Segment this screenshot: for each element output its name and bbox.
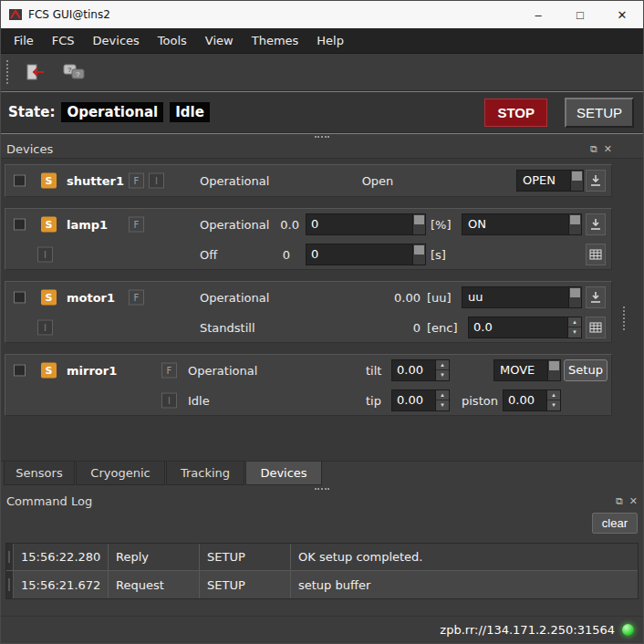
row-header <box>6 544 14 570</box>
lamp1-time-unit: [s] <box>431 247 446 261</box>
devices-dock-title: Devices ⧉ ✕ <box>1 140 643 158</box>
devices-panel: S shutter1 F I Operational Open OPEN <box>1 158 643 461</box>
tab-devices[interactable]: Devices <box>245 462 322 485</box>
mirror1-piston-label: piston <box>462 393 498 407</box>
spin-up-icon[interactable]: ▲ <box>568 317 581 328</box>
spin-down-icon[interactable]: ▼ <box>568 327 581 338</box>
substate-value: Idle <box>170 102 210 122</box>
device-group-motor1: S motor1 F Operational 0.00 [uu] uu <box>5 281 612 343</box>
stop-button[interactable]: STOP <box>484 99 547 127</box>
spin-up-icon[interactable]: ▲ <box>436 360 449 371</box>
exit-button[interactable] <box>19 58 50 86</box>
lamp1-send-button[interactable] <box>586 213 606 235</box>
mirror1-state-badge: S <box>41 362 57 378</box>
state-value: Operational <box>61 102 163 122</box>
log-type: Reply <box>109 544 200 570</box>
spin-down-icon[interactable]: ▼ <box>436 370 449 380</box>
device-group-lamp1: S lamp1 F Operational 0.0 [%] ON <box>5 208 612 270</box>
mirror1-checkbox[interactable] <box>14 364 26 376</box>
splitter-dots-icon <box>315 136 329 138</box>
shutter1-status: Operational <box>200 174 269 188</box>
mirror1-tip-input[interactable] <box>392 390 435 410</box>
lamp1-time-input[interactable] <box>306 244 412 265</box>
shutter1-send-button[interactable] <box>586 170 606 192</box>
connection-address: zpb.rr://134.171.2.250:31564 <box>440 623 615 637</box>
menu-item-file[interactable]: File <box>5 29 43 52</box>
menu-item-view[interactable]: View <box>196 29 243 52</box>
log-dock-empty-area <box>1 599 643 616</box>
menu-item-devices[interactable]: Devices <box>84 29 149 52</box>
setup-button[interactable]: SETUP <box>565 98 634 128</box>
motor1-table-button[interactable] <box>586 317 606 338</box>
motor1-i-button[interactable]: I <box>37 319 53 335</box>
motor1-position-unit: [uu] <box>427 290 452 304</box>
motor1-unit-select[interactable]: uu <box>462 286 582 308</box>
lamp1-f-button[interactable]: F <box>129 216 144 232</box>
help-button[interactable]: ? ? <box>59 58 90 86</box>
motor1-send-button[interactable] <box>586 286 606 308</box>
download-icon <box>589 291 602 304</box>
log-table: 15:56:22.280 Reply SETUP OK setup comple… <box>5 543 639 599</box>
motor1-checkbox[interactable] <box>14 291 26 303</box>
mirror1-move-value: MOVE <box>494 360 547 380</box>
menu-item-tools[interactable]: Tools <box>149 29 196 52</box>
shutter1-i-button[interactable]: I <box>149 173 164 189</box>
menu-item-help[interactable]: Help <box>307 29 353 52</box>
mirror1-f-button[interactable]: F <box>161 362 177 378</box>
tab-sensors[interactable]: Sensors <box>4 462 75 485</box>
dock-close-icon[interactable]: ✕ <box>604 143 612 155</box>
log-message: setup buffer <box>291 571 638 598</box>
menu-item-fcs[interactable]: FCS <box>43 29 84 52</box>
motor1-position-readback: 0.00 <box>352 290 421 304</box>
mirror1-piston-input[interactable] <box>504 390 546 410</box>
combo-scrollbar-icon <box>547 360 560 380</box>
spin-down-icon[interactable]: ▼ <box>547 400 560 410</box>
splitter-bottom[interactable] <box>1 485 643 492</box>
state-label: State: <box>8 104 55 120</box>
shutter1-command-value: OPEN <box>517 171 570 191</box>
log-row[interactable]: 15:56:22.280 Reply SETUP OK setup comple… <box>6 544 638 571</box>
motor1-unit-value: uu <box>462 287 568 307</box>
shutter1-checkbox[interactable] <box>14 175 26 187</box>
spin-down-icon[interactable]: ▼ <box>436 400 449 410</box>
field-scrollbar-icon <box>412 214 425 234</box>
devices-panel-title: Devices <box>6 142 53 156</box>
tab-cryogenic[interactable]: Cryogenic <box>76 462 165 485</box>
mirror1-move-select[interactable]: MOVE <box>493 359 561 381</box>
close-button[interactable]: ✕ <box>601 1 643 28</box>
dock-float-icon[interactable]: ⧉ <box>590 143 597 155</box>
mirror1-setup-button[interactable]: Setup <box>564 359 608 381</box>
lamp1-table-button[interactable] <box>586 244 606 265</box>
shutter1-f-button[interactable]: F <box>129 173 144 189</box>
shutter1-state-badge: S <box>41 173 57 189</box>
log-command: SETUP <box>200 544 291 570</box>
minimize-button[interactable]: – <box>517 1 559 28</box>
lamp1-i-button[interactable]: I <box>37 246 53 262</box>
toolbar-drag-handle[interactable] <box>6 60 10 84</box>
shutter1-command-select[interactable]: OPEN <box>516 170 584 192</box>
motor1-f-button[interactable]: F <box>129 289 144 305</box>
lamp1-intensity-input[interactable] <box>306 214 412 234</box>
motor1-target-input[interactable] <box>469 317 567 338</box>
menu-item-themes[interactable]: Themes <box>243 29 308 52</box>
spin-up-icon[interactable]: ▲ <box>547 390 560 401</box>
lamp1-time-input-group <box>306 244 426 265</box>
devices-splitter-handle[interactable] <box>623 306 627 330</box>
exit-icon <box>24 63 46 81</box>
mirror1-tilt-spinbox: ▲ ▼ <box>391 359 450 381</box>
mirror1-i-button[interactable]: I <box>161 392 177 408</box>
toolbar: ? ? <box>1 54 643 90</box>
dock-close-icon[interactable]: ✕ <box>629 495 638 507</box>
maximize-button[interactable]: □ <box>559 1 601 28</box>
app-icon <box>8 7 23 22</box>
mirror1-tilt-input[interactable] <box>392 360 435 380</box>
dock-float-icon[interactable]: ⧉ <box>616 495 623 507</box>
mirror1-tip-label: tip <box>366 393 381 407</box>
clear-button[interactable]: clear <box>592 513 638 534</box>
field-scrollbar-icon <box>412 244 425 265</box>
lamp1-checkbox[interactable] <box>14 218 26 230</box>
lamp1-power-select[interactable]: ON <box>462 213 582 235</box>
log-row[interactable]: 15:56:21.672 Request SETUP setup buffer <box>6 571 638 598</box>
tab-tracking[interactable]: Tracking <box>166 462 244 485</box>
spin-up-icon[interactable]: ▲ <box>436 390 449 401</box>
